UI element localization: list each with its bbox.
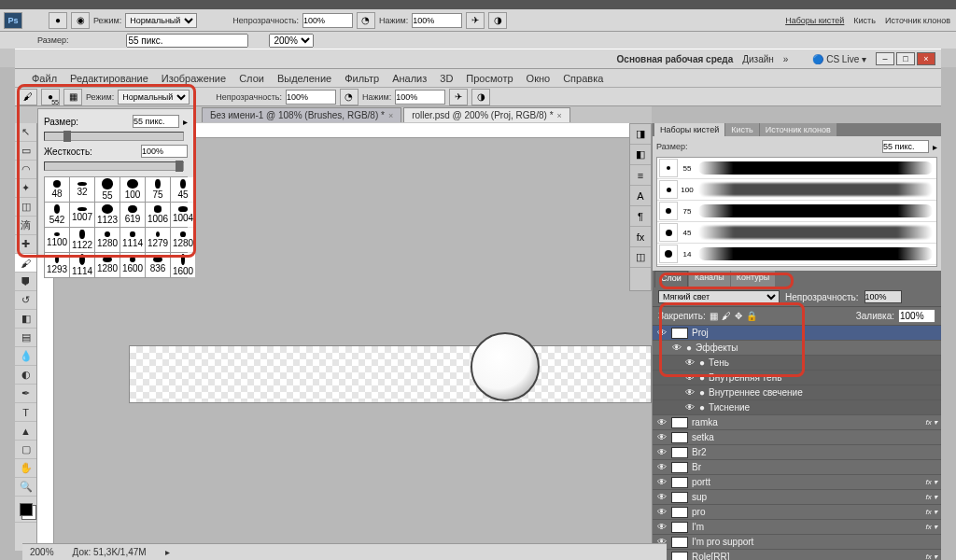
crop-tool-icon[interactable]: ◫ — [15, 198, 36, 217]
move-tool-icon[interactable]: ↖ — [15, 123, 36, 142]
size-slider[interactable] — [44, 132, 184, 141]
presets-link[interactable]: Наборы кистей — [785, 16, 844, 25]
fill-input[interactable] — [898, 309, 935, 323]
brush-cell[interactable]: 1280 — [95, 253, 120, 277]
visibility-eye-icon[interactable]: 👁 — [684, 357, 696, 368]
path-select-tool-icon[interactable]: ▲ — [15, 422, 36, 441]
brush-stroke-row[interactable]: 45 — [657, 222, 936, 244]
close-icon[interactable]: × — [557, 111, 562, 120]
dock-icon[interactable]: fx — [630, 227, 651, 247]
brush-cell[interactable]: 1600 — [171, 253, 195, 277]
brush-size-input[interactable] — [882, 140, 929, 153]
visibility-eye-icon[interactable]: 👁 — [684, 372, 696, 383]
airbrush-icon[interactable]: ✈ — [466, 12, 485, 29]
workspace-design[interactable]: Дизайн — [742, 54, 774, 64]
dock-icon[interactable]: ◧ — [630, 145, 651, 165]
visibility-eye-icon[interactable]: 👁 — [656, 522, 668, 532]
marquee-tool-icon[interactable]: ▭ — [15, 142, 36, 161]
menu-window[interactable]: Окно — [527, 73, 551, 84]
pressure-size-icon[interactable]: ◑ — [471, 89, 490, 105]
lock-all-icon[interactable]: 🔒 — [746, 311, 757, 321]
brush-cell[interactable]: 1123 — [95, 203, 120, 227]
opacity-input-outer[interactable] — [302, 13, 353, 28]
doc-tab-inner-1[interactable]: Без имени-1 @ 108% (Brushes, RGB/8) *× — [202, 107, 401, 122]
layer-blend-mode-select[interactable]: Мягкий свет — [658, 290, 780, 303]
dock-icon[interactable]: A — [630, 186, 651, 206]
opacity-input-inner[interactable] — [286, 90, 336, 105]
clone-link[interactable]: Источник клонов — [885, 16, 950, 25]
cslive-button[interactable]: 🔵 CS Live ▾ — [812, 54, 866, 64]
flow-input-inner[interactable] — [395, 90, 445, 105]
brush-cell[interactable]: 1600 — [120, 253, 145, 277]
maximize-icon[interactable]: □ — [896, 52, 915, 65]
visibility-eye-icon[interactable]: 👁 — [656, 492, 668, 502]
brush-cell[interactable]: 619 — [120, 203, 145, 227]
popup-size-input[interactable] — [133, 115, 179, 128]
status-arrow-icon[interactable]: ▸ — [165, 547, 170, 557]
layer-fx-badge[interactable]: fx ▾ — [926, 523, 937, 531]
brush-cell[interactable]: 1122 — [70, 228, 94, 252]
shape-tool-icon[interactable]: ▢ — [15, 441, 36, 459]
brush-cell[interactable]: 836 — [146, 253, 170, 277]
layer-fx-badge[interactable]: fx ▾ — [926, 478, 937, 486]
dock-icon[interactable]: ¶ — [630, 206, 651, 227]
type-tool-icon[interactable]: T — [15, 403, 36, 422]
popup-hardness-input[interactable] — [141, 145, 188, 158]
brush-cell[interactable]: 1100 — [45, 228, 69, 252]
brush-stroke-row[interactable]: 14 — [657, 244, 936, 265]
layer-row[interactable]: 👁Br — [653, 460, 941, 475]
brush-tool-icon[interactable]: 🖌 — [19, 89, 37, 105]
brush-cell[interactable]: 1114 — [70, 253, 94, 277]
menu-filter[interactable]: Фильтр — [344, 73, 379, 84]
blend-mode-select-outer[interactable]: Нормальный — [125, 13, 197, 28]
brush-preset-icon[interactable]: ● — [49, 12, 67, 29]
layer-opacity-input[interactable] — [865, 290, 902, 303]
tab-layers[interactable]: Слои — [654, 271, 688, 287]
flow-input-outer[interactable] — [412, 13, 462, 28]
brush-cell[interactable]: 45 — [171, 177, 195, 202]
brush-panel-toggle-icon[interactable]: ▦ — [63, 89, 82, 105]
airbrush-icon[interactable]: ✈ — [449, 89, 468, 105]
brush-stroke-row[interactable]: 75 — [657, 201, 936, 222]
lock-transparency-icon[interactable]: ▦ — [710, 311, 718, 321]
menu-image[interactable]: Изображение — [162, 73, 226, 84]
brush-tip-icon[interactable]: ◉ — [71, 12, 90, 29]
layer-row[interactable]: 👁●Эффекты — [653, 341, 941, 356]
brush-cell[interactable]: 32 — [70, 177, 94, 202]
lock-pixels-icon[interactable]: 🖌 — [722, 311, 731, 321]
brush-cell[interactable]: 1279 — [146, 228, 170, 252]
layer-row[interactable]: 👁Br2 — [653, 445, 941, 460]
tab-brush[interactable]: Кисть — [725, 123, 759, 136]
visibility-eye-icon[interactable]: 👁 — [656, 417, 668, 427]
layer-row[interactable]: 👁setka — [653, 430, 941, 445]
stamp-tool-icon[interactable]: ⛊ — [15, 273, 36, 291]
lock-position-icon[interactable]: ✥ — [735, 311, 742, 321]
tab-clone-source[interactable]: Источник клонов — [760, 123, 836, 136]
pressure-size-icon[interactable]: ◑ — [488, 12, 507, 29]
eyedropper-tool-icon[interactable]: 滴 — [15, 217, 36, 235]
brush-cell[interactable]: 100 — [120, 177, 145, 202]
layer-row[interactable]: 👁Proj — [653, 326, 941, 341]
visibility-eye-icon[interactable]: 👁 — [684, 402, 696, 413]
layer-row[interactable]: 👁profx ▾ — [653, 505, 941, 520]
color-swatch-icon[interactable] — [15, 497, 36, 523]
eraser-tool-icon[interactable]: ◧ — [15, 310, 36, 329]
workspace-more-icon[interactable]: » — [783, 54, 789, 64]
brush-tool-icon[interactable]: 🖌 — [15, 254, 36, 273]
menu-layer[interactable]: Слои — [239, 73, 264, 84]
tab-paths[interactable]: Контуры — [731, 271, 775, 287]
menu-view[interactable]: Просмотр — [466, 73, 513, 84]
layer-row[interactable]: 👁●Тиснение — [653, 400, 941, 415]
layer-row[interactable]: 👁●Внутреннее свечение — [653, 385, 941, 400]
visibility-eye-icon[interactable]: 👁 — [684, 387, 696, 398]
brush-grid[interactable]: 4832551007545542100711236191006100411001… — [44, 176, 188, 278]
gradient-tool-icon[interactable]: ▤ — [15, 329, 36, 347]
pressure-opacity-icon[interactable]: ◔ — [357, 12, 375, 29]
dodge-tool-icon[interactable]: ◐ — [15, 366, 36, 385]
brush-cell[interactable]: 48 — [45, 177, 69, 202]
layer-row[interactable]: 👁porttfx ▾ — [653, 475, 941, 490]
menu-edit[interactable]: Редактирование — [70, 73, 148, 84]
brush-cell[interactable]: 1006 — [146, 203, 170, 227]
hand-tool-icon[interactable]: ✋ — [15, 459, 36, 478]
zoom-select[interactable]: 200% — [269, 34, 314, 48]
